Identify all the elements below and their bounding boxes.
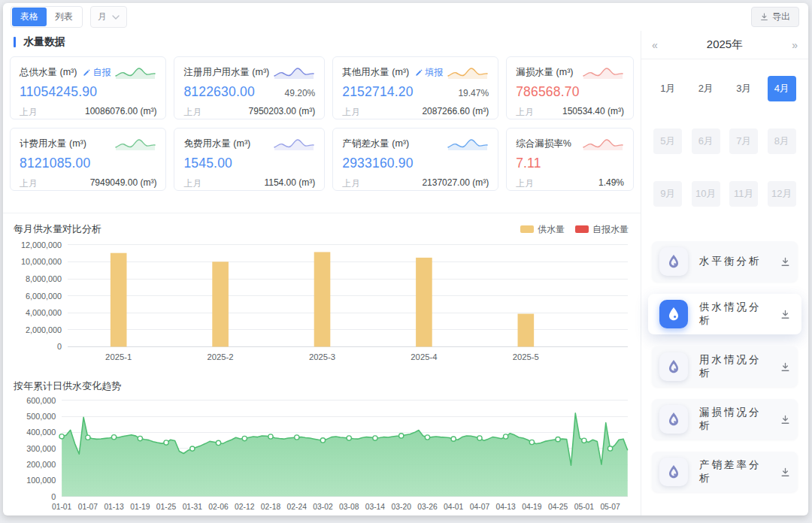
svg-text:2025-4: 2025-4 <box>411 352 437 361</box>
legend-item[interactable]: 供水量 <box>520 223 565 236</box>
tab-table[interactable]: 表格 <box>12 8 47 26</box>
download-icon[interactable] <box>780 467 790 477</box>
analysis-item-label: 用水情况分析 <box>699 353 769 380</box>
sparkline-icon <box>114 65 156 80</box>
svg-text:05-07: 05-07 <box>600 503 620 511</box>
prev-month-value: 10086076.00 (m³) <box>85 106 156 119</box>
stat-card: 漏损水量 (m³)786568.70上月150534.40 (m³) <box>506 56 634 119</box>
calendar-month-1月[interactable]: 1月 <box>653 76 682 101</box>
legend-label: 供水量 <box>538 223 565 236</box>
analysis-download-button[interactable] <box>780 415 790 425</box>
prev-month-value: 2087266.60 (m³) <box>422 106 489 119</box>
chevron-down-icon <box>112 15 120 20</box>
analysis-item[interactable]: 漏损情况分析 <box>652 399 798 440</box>
svg-text:03-14: 03-14 <box>365 503 386 511</box>
card-title: 免费用水量 (m³) <box>183 138 250 150</box>
calendar-month-6月: 6月 <box>692 128 720 154</box>
analysis-item[interactable]: 产销差率分析 <box>652 452 798 492</box>
bar-chart-legend: 供水量自报水量 <box>520 223 629 236</box>
area-chart-header: 按年累计日供水变化趋势 <box>3 370 641 395</box>
section-accent-bar <box>14 37 16 47</box>
legend-label: 自报水量 <box>592 223 629 236</box>
svg-text:01-31: 01-31 <box>183 503 203 511</box>
svg-text:0: 0 <box>51 491 56 500</box>
water-drop-icon <box>665 410 683 428</box>
download-icon[interactable] <box>780 362 790 372</box>
sparkline-icon <box>273 65 315 80</box>
card-value: 1545.00 <box>183 156 232 171</box>
svg-text:03-08: 03-08 <box>339 503 359 511</box>
legend-swatch <box>575 225 589 233</box>
export-label: 导出 <box>772 11 790 23</box>
card-percent: 19.47% <box>458 88 489 98</box>
analysis-item-label: 漏损情况分析 <box>699 406 769 433</box>
analysis-download-button[interactable] <box>780 257 790 267</box>
download-icon[interactable] <box>780 310 790 319</box>
sparkline-icon <box>582 65 624 80</box>
svg-text:01-25: 01-25 <box>156 503 177 511</box>
calendar-header: « 2025年 » <box>641 31 808 59</box>
period-select[interactable]: 月 <box>90 6 127 28</box>
svg-text:100,000: 100,000 <box>26 476 56 485</box>
svg-text:05-01: 05-01 <box>574 503 595 511</box>
main-panel: 水量数据 总供水量 (m³)自报11054245.90上月10086076.00… <box>3 31 641 515</box>
svg-text:04-19: 04-19 <box>522 503 542 511</box>
analysis-download-button[interactable] <box>780 467 790 477</box>
calendar-month-3月[interactable]: 3月 <box>729 76 758 101</box>
view-switch: 表格 列表 <box>11 6 83 28</box>
toolbar: 表格 列表 月 导出 <box>3 3 808 31</box>
card-value: 786568.70 <box>516 84 580 100</box>
stat-card: 计费用水量 (m³)8121085.00上月7949049.00 (m³) <box>10 128 166 191</box>
svg-text:04-07: 04-07 <box>470 503 490 511</box>
period-select-value: 月 <box>98 11 107 23</box>
svg-text:04-13: 04-13 <box>495 503 516 511</box>
analysis-icon-tile <box>659 352 688 381</box>
svg-text:2,000,000: 2,000,000 <box>26 325 62 334</box>
calendar-prev-year-button[interactable]: « <box>652 40 658 50</box>
export-button[interactable]: 导出 <box>751 7 799 27</box>
download-icon[interactable] <box>780 415 790 425</box>
svg-text:0: 0 <box>57 342 62 351</box>
svg-text:02-18: 02-18 <box>261 503 281 511</box>
card-edit-link-label: 自报 <box>92 66 111 79</box>
analysis-download-button[interactable] <box>780 310 790 319</box>
analysis-item[interactable]: 供水情况分析 <box>648 294 801 334</box>
section-title: 水量数据 <box>23 35 65 49</box>
svg-text:01-19: 01-19 <box>130 503 150 511</box>
sparkline-icon <box>447 136 489 151</box>
download-icon[interactable] <box>780 257 790 267</box>
svg-text:10,000,000: 10,000,000 <box>21 257 62 266</box>
analysis-shortcut-list: 水平衡分析供水情况分析用水情况分析漏损情况分析产销差率分析 <box>641 228 808 506</box>
card-edit-link[interactable]: 填报 <box>415 66 443 79</box>
svg-text:04-01: 04-01 <box>444 503 464 511</box>
app-window: 表格 列表 月 导出 水量数据 总供水量 (m³)自报11054245.90上月… <box>3 3 808 515</box>
prev-month-label: 上月 <box>342 177 360 190</box>
svg-text:400,000: 400,000 <box>26 428 56 437</box>
pencil-icon <box>415 68 423 77</box>
calendar-month-grid: 1月2月3月4月5月6月7月8月9月10月11月12月 <box>641 59 808 225</box>
prev-month-value: 1.49% <box>598 177 624 190</box>
svg-text:2025-3: 2025-3 <box>309 352 335 361</box>
analysis-download-button[interactable] <box>780 362 790 372</box>
card-value: 11054245.90 <box>20 84 97 100</box>
stat-card: 注册用户用水量 (m³)8122630.0049.20%上月7950203.00… <box>174 56 325 119</box>
card-value: 2152714.20 <box>342 84 413 100</box>
analysis-item[interactable]: 水平衡分析 <box>652 241 798 282</box>
svg-text:03-20: 03-20 <box>392 503 412 511</box>
analysis-item[interactable]: 用水情况分析 <box>652 346 798 387</box>
bar-chart: 02,000,0004,000,0006,000,0008,000,00010,… <box>3 237 638 370</box>
svg-text:2025-2: 2025-2 <box>208 352 234 361</box>
calendar-month-4月[interactable]: 4月 <box>768 76 796 101</box>
legend-item[interactable]: 自报水量 <box>575 223 629 236</box>
tab-list[interactable]: 列表 <box>47 8 81 26</box>
section-header: 水量数据 <box>3 31 641 56</box>
card-title: 产销差水量 (m³) <box>342 138 409 150</box>
calendar-next-year-button[interactable]: » <box>792 40 798 50</box>
calendar-month-2月[interactable]: 2月 <box>692 76 720 101</box>
analysis-item-label: 产销差率分析 <box>699 458 769 485</box>
svg-text:6,000,000: 6,000,000 <box>26 292 62 301</box>
card-value: 8121085.00 <box>20 156 90 171</box>
card-edit-link[interactable]: 自报 <box>83 66 111 79</box>
calendar-month-11月: 11月 <box>729 181 758 207</box>
analysis-icon-tile <box>659 247 688 276</box>
